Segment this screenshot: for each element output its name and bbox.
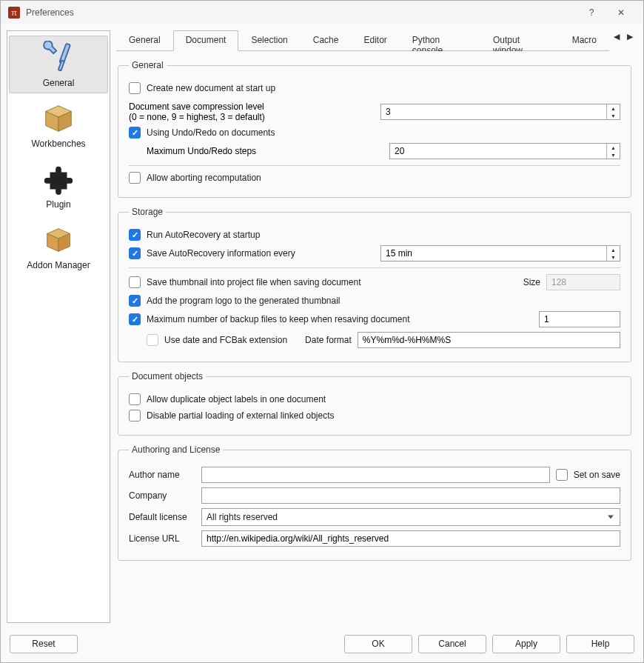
tab-python-console[interactable]: Python console [400, 30, 480, 51]
window-title: Preferences [26, 7, 74, 18]
spin-up-icon[interactable]: ▲ [607, 246, 620, 253]
select-default-license[interactable]: All rights reserved [201, 508, 620, 526]
spin-compression-input[interactable] [381, 104, 606, 119]
label-thumb-size: Size [523, 277, 540, 287]
category-label: Addon Manager [27, 260, 90, 270]
checkbox-autorecovery-every[interactable] [129, 247, 141, 259]
label-create-new-doc: Create new document at start up [147, 83, 275, 93]
tab-scroll-right-icon[interactable]: ▶ [624, 30, 636, 42]
label-max-backup: Maximum number of backup files to keep w… [147, 314, 533, 324]
label-autorecovery-every: Save AutoRecovery information every [147, 248, 295, 259]
group-storage: Storage Run AutoRecovery at startup Save… [118, 207, 631, 362]
checkbox-max-backup[interactable] [129, 313, 141, 325]
label-add-logo: Add the program logo to the generated th… [147, 296, 341, 306]
checkbox-use-fcbak[interactable] [147, 334, 158, 346]
package-icon [41, 223, 76, 257]
checkbox-disable-partial-load[interactable] [129, 410, 141, 422]
titlebar: π Preferences ? ✕ [1, 1, 643, 24]
group-authoring: Authoring and License Author name Set on… [118, 444, 631, 561]
spin-up-icon[interactable]: ▲ [607, 144, 620, 151]
label-use-fcbak: Use date and FCBak extension [164, 335, 287, 345]
spin-max-backup-input[interactable] [540, 312, 637, 327]
spin-down-icon[interactable]: ▼ [607, 112, 620, 119]
spin-thumb-size-input [547, 275, 637, 290]
tab-document[interactable]: Document [173, 30, 239, 51]
spin-max-undo[interactable]: ▲▼ [389, 143, 620, 159]
ok-button[interactable]: OK [344, 635, 412, 653]
label-license-url: License URL [129, 533, 195, 544]
spin-down-icon[interactable]: ▼ [607, 151, 620, 159]
button-bar: Reset OK Cancel Apply Help [1, 629, 643, 662]
spin-down-icon[interactable]: ▼ [607, 253, 620, 261]
label-use-undo: Using Undo/Redo on documents [147, 127, 275, 138]
label-company: Company [129, 490, 195, 501]
preferences-content: General Create new document at start up … [116, 51, 637, 623]
category-label: Plugin [46, 199, 70, 210]
cancel-button[interactable]: Cancel [418, 635, 486, 653]
separator [129, 165, 620, 166]
group-objects-legend: Document objects [129, 371, 206, 382]
category-list: General Workbenches Plugin Addon Manager [7, 30, 110, 623]
app-icon: π [8, 7, 20, 19]
label-autorecovery-startup: Run AutoRecovery at startup [147, 230, 260, 240]
spin-max-backup[interactable]: ▲▼ [539, 311, 620, 327]
reset-button[interactable]: Reset [10, 635, 78, 653]
label-allow-abort: Allow aborting recomputation [147, 173, 261, 183]
input-company[interactable] [201, 487, 620, 504]
plugin-icon [41, 162, 76, 196]
spin-autorecovery-interval[interactable]: ▲▼ [380, 245, 620, 261]
label-date-format: Date format [305, 335, 352, 345]
tab-general[interactable]: General [116, 30, 173, 51]
checkbox-allow-abort-recompute[interactable] [129, 172, 141, 184]
group-general: General Create new document at start up … [118, 60, 631, 198]
label-save-thumbnail: Save thumbnail into project file when sa… [147, 277, 517, 287]
group-authoring-legend: Authoring and License [129, 444, 223, 455]
input-date-format[interactable] [358, 332, 620, 348]
tab-macro[interactable]: Macro [560, 30, 609, 51]
spin-up-icon[interactable]: ▲ [607, 104, 620, 112]
tab-output-window[interactable]: Output window [480, 30, 560, 51]
label-default-license: Default license [129, 512, 195, 522]
tools-icon [41, 41, 76, 75]
help-titlebar-button[interactable]: ? [577, 7, 606, 18]
label-author: Author name [129, 470, 195, 480]
label-allow-dup: Allow duplicate object labels in one doc… [147, 394, 326, 404]
label-disable-partial: Disable partial loading of external link… [147, 410, 334, 421]
box-icon [41, 101, 76, 136]
category-label: Workbenches [31, 139, 85, 149]
tab-selection[interactable]: Selection [238, 30, 300, 51]
spin-autorecovery-input[interactable] [381, 246, 606, 261]
separator [129, 267, 620, 268]
spin-max-undo-input[interactable] [390, 144, 606, 159]
close-icon[interactable]: ✕ [606, 7, 636, 18]
label-set-on-save: Set on save [574, 470, 620, 480]
label-max-undo: Maximum Undo/Redo steps [129, 146, 376, 156]
tab-scroll-left-icon[interactable]: ◀ [611, 30, 623, 42]
checkbox-create-new-doc[interactable] [129, 82, 141, 94]
input-license-url[interactable] [201, 530, 620, 547]
label-compression: Document save compression level (0 = non… [129, 101, 367, 122]
tab-cache[interactable]: Cache [301, 30, 352, 51]
input-author-name[interactable] [201, 467, 550, 483]
checkbox-save-thumbnail[interactable] [129, 276, 141, 288]
group-general-legend: General [129, 60, 167, 70]
group-document-objects: Document objects Allow duplicate object … [118, 371, 631, 436]
checkbox-set-on-save[interactable] [556, 469, 568, 481]
help-button[interactable]: Help [566, 635, 634, 653]
spin-compression-level[interactable]: ▲▼ [380, 104, 620, 120]
tab-editor[interactable]: Editor [351, 30, 399, 51]
preferences-window: π Preferences ? ✕ General Workbenches Pl… [0, 0, 644, 663]
checkbox-allow-dup-labels[interactable] [129, 393, 141, 405]
category-plugin[interactable]: Plugin [9, 157, 108, 215]
category-workbenches[interactable]: Workbenches [9, 96, 108, 154]
tab-bar: General Document Selection Cache Editor … [116, 30, 609, 51]
category-addon-manager[interactable]: Addon Manager [9, 218, 108, 276]
category-label: General [43, 78, 75, 88]
spin-thumb-size: ▲▼ [546, 274, 620, 290]
checkbox-use-undo[interactable] [129, 127, 141, 139]
checkbox-autorecovery-startup[interactable] [129, 229, 141, 241]
category-general[interactable]: General [9, 36, 108, 93]
apply-button[interactable]: Apply [492, 635, 560, 653]
group-storage-legend: Storage [129, 207, 166, 217]
checkbox-add-logo-thumb[interactable] [129, 295, 141, 307]
